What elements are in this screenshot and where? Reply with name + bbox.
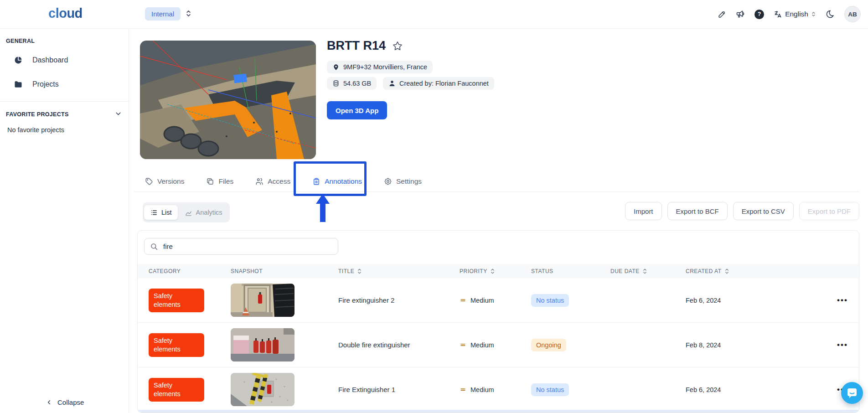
annotation-pointer-arrow-icon: [316, 194, 330, 224]
sort-icon: [490, 268, 496, 274]
snapshot-image[interactable]: [231, 284, 294, 317]
workspace-selector-icon[interactable]: [185, 10, 192, 19]
language-selector[interactable]: English: [774, 10, 816, 19]
priority-medium-icon: [460, 341, 466, 348]
users-icon: [255, 177, 264, 186]
project-thumbnail: [140, 41, 316, 159]
favorites-empty-text: No favorite projects: [7, 126, 64, 134]
view-toggle-analytics[interactable]: Analytics: [179, 205, 228, 220]
search-icon: [150, 243, 158, 251]
category-cell: Safety elements: [149, 289, 231, 312]
megaphone-icon[interactable]: [736, 10, 745, 19]
sidebar-section-general: GENERAL: [6, 38, 35, 44]
status-cell: Ongoing: [531, 339, 610, 351]
annotations-card: CATEGORY SNAPSHOT TITLE PRIORITY STATUS …: [137, 230, 859, 413]
sidebar-item-label: Projects: [32, 80, 59, 88]
table-actions: Import Export to BCF Export to CSV Expor…: [625, 202, 859, 220]
status-cell: No status: [531, 294, 610, 307]
snapshot-image[interactable]: [231, 328, 294, 361]
size-text: 54.63 GB: [343, 80, 371, 87]
column-label: CREATED AT: [686, 268, 722, 274]
table-row[interactable]: Safety elements: [138, 367, 859, 412]
tab-label: Files: [218, 177, 233, 186]
help-icon[interactable]: ?: [754, 10, 764, 19]
user-icon: [388, 80, 396, 87]
category-badge: Safety elements: [149, 378, 204, 402]
tab-settings[interactable]: Settings: [373, 171, 433, 191]
tab-bar: Versions Files Access Annotations Settin…: [134, 171, 859, 192]
app-logo[interactable]: cloud: [48, 6, 83, 21]
category-cell: Safety elements: [149, 333, 231, 357]
page: cloud Internal ? English AB GENERA: [0, 0, 868, 413]
column-title[interactable]: TITLE: [338, 268, 460, 274]
priority-label: Medium: [470, 386, 494, 393]
search-box: [144, 238, 338, 255]
tab-label: Settings: [396, 177, 422, 186]
sort-icon: [724, 268, 730, 274]
row-menu-button[interactable]: •••: [837, 296, 859, 305]
column-due-date[interactable]: DUE DATE: [610, 268, 686, 274]
gear-icon: [384, 177, 392, 186]
snapshot-cell: [231, 373, 338, 406]
tab-label: Annotations: [325, 177, 362, 186]
column-snapshot: SNAPSHOT: [231, 268, 338, 274]
sidebar: GENERAL Dashboard Projects FAVORITE PROJ…: [0, 28, 129, 413]
category-badge: Safety elements: [149, 333, 204, 357]
priority-cell: Medium: [460, 341, 531, 349]
pie-chart-icon: [14, 56, 23, 65]
import-button[interactable]: Import: [625, 202, 662, 220]
status-badge: No status: [531, 383, 569, 396]
export-csv-button[interactable]: Export to CSV: [733, 202, 794, 220]
column-created-at[interactable]: CREATED AT: [686, 268, 837, 274]
sidebar-item-projects[interactable]: Projects: [14, 80, 59, 89]
export-bcf-button[interactable]: Export to BCF: [667, 202, 728, 220]
tab-files[interactable]: Files: [195, 171, 244, 191]
star-icon[interactable]: [393, 41, 403, 51]
view-toggle-list[interactable]: List: [144, 205, 178, 220]
search-input[interactable]: [162, 242, 332, 251]
snapshot-image[interactable]: [231, 373, 294, 406]
translate-icon: [774, 10, 782, 19]
priority-medium-icon: [460, 297, 466, 304]
sidebar-item-dashboard[interactable]: Dashboard: [14, 56, 68, 65]
annotation-title: Fire extinguisher 2: [338, 296, 460, 304]
chevron-down-icon[interactable]: [114, 110, 122, 119]
chevron-left-icon: [46, 399, 52, 406]
folder-icon: [14, 80, 23, 89]
chat-bubble-button[interactable]: [841, 382, 863, 404]
next-row-edge: [138, 410, 859, 413]
tab-access[interactable]: Access: [244, 171, 301, 191]
table-header: CATEGORY SNAPSHOT TITLE PRIORITY STATUS …: [138, 264, 859, 278]
annotation-title: Double fire extinguisher: [338, 341, 460, 349]
tab-annotations[interactable]: Annotations: [301, 171, 373, 191]
avatar[interactable]: AB: [844, 6, 861, 22]
column-label: TITLE: [338, 268, 354, 274]
pencil-icon[interactable]: [718, 10, 726, 19]
priority-cell: Medium: [460, 297, 531, 304]
column-priority[interactable]: PRIORITY: [460, 268, 531, 274]
map-pin-icon: [332, 63, 340, 71]
workspace-badge[interactable]: Internal: [145, 7, 181, 21]
column-status: STATUS: [531, 268, 610, 274]
snapshot-cell: [231, 284, 338, 317]
column-label: PRIORITY: [460, 268, 487, 274]
table-row[interactable]: Safety elements: [138, 278, 859, 323]
created-by-text: Created by: Florian Fauconnet: [399, 80, 489, 87]
collapse-label: Collapse: [57, 398, 84, 406]
open-3d-app-button[interactable]: Open 3D App: [327, 101, 387, 119]
sidebar-section-favorites: FAVORITE PROJECTS: [6, 111, 69, 118]
priority-cell: Medium: [460, 386, 531, 393]
files-icon: [206, 177, 214, 186]
table-row[interactable]: Safety elements: [138, 323, 859, 367]
moon-icon[interactable]: [826, 10, 835, 19]
table-body: Safety elements: [138, 278, 859, 412]
tab-versions[interactable]: Versions: [134, 171, 195, 191]
size-badge: 54.63 GB: [327, 77, 377, 90]
created-at-cell: Feb 6, 2024: [686, 386, 837, 393]
row-menu-button[interactable]: •••: [837, 341, 859, 350]
created-at-cell: Feb 8, 2024: [686, 341, 837, 349]
tag-icon: [145, 177, 153, 186]
topbar: cloud Internal ? English AB: [0, 0, 868, 29]
language-label: English: [785, 10, 808, 18]
collapse-button[interactable]: Collapse: [46, 398, 84, 406]
